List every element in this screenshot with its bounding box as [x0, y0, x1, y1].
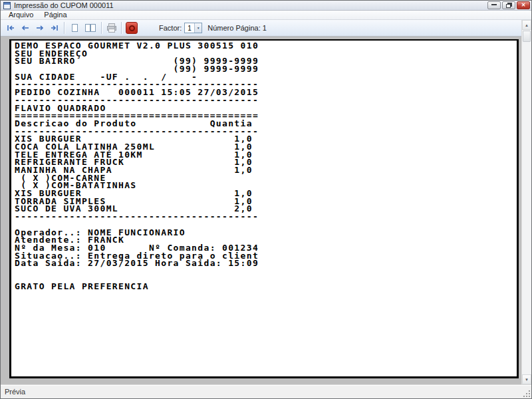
- exit-icon: [126, 22, 138, 34]
- restore-button[interactable]: [502, 1, 515, 9]
- toolbar-separator: [121, 22, 122, 34]
- app-icon: [3, 2, 11, 9]
- scroll-down-button[interactable]: ▼: [522, 374, 531, 384]
- close-button[interactable]: ✕: [517, 1, 530, 9]
- menu-bar: Arquivo Página: [1, 11, 531, 20]
- menu-pagina[interactable]: Página: [39, 11, 72, 19]
- scroll-up-button[interactable]: ▲: [522, 20, 531, 30]
- window-controls: ✕: [487, 1, 530, 9]
- single-page-view-button[interactable]: [67, 21, 82, 35]
- arrow-up-icon: ▲: [525, 23, 529, 27]
- scrollbar-thumb[interactable]: [523, 31, 531, 42]
- previous-page-button[interactable]: [18, 21, 33, 35]
- single-page-icon: [69, 23, 80, 33]
- status-text: Prévia: [5, 388, 25, 396]
- page-number-label: Número Página: 1: [207, 24, 267, 32]
- last-page-button[interactable]: [47, 21, 62, 35]
- previous-page-icon: [20, 23, 31, 33]
- factor-select[interactable]: 1 ▼: [184, 23, 202, 33]
- status-bar: Prévia: [1, 384, 531, 398]
- resize-grip[interactable]: [523, 390, 530, 397]
- first-page-button[interactable]: [3, 21, 18, 35]
- factor-label: Factor:: [159, 24, 182, 32]
- two-page-view-button[interactable]: [82, 21, 99, 35]
- toolbar: Factor: 1 ▼ Número Página: 1: [1, 20, 521, 37]
- receipt-line: [15, 267, 517, 275]
- last-page-icon: [49, 23, 60, 33]
- receipt-line: ----------------------------------------: [15, 213, 517, 221]
- minimize-button[interactable]: [487, 1, 501, 9]
- receipt-line: Data Saida: 27/03/2015 Hora Saida: 15:09: [15, 259, 517, 267]
- receipt-page: DEMO ESPACO GOURMET V2.0 PLUS 300515 010…: [9, 39, 519, 378]
- next-page-icon: [35, 23, 45, 33]
- preview-area[interactable]: DEMO ESPACO GOURMET V2.0 PLUS 300515 010…: [1, 37, 521, 384]
- toolbar-separator: [64, 22, 65, 34]
- close-icon: ✕: [521, 3, 526, 8]
- print-button[interactable]: [104, 21, 119, 35]
- arrow-down-icon: ▼: [525, 378, 529, 382]
- window-title: Impressão do CUPOM 000011: [14, 1, 487, 10]
- receipt-line: GRATO PELA PREFERENCIA: [15, 283, 517, 291]
- two-pages-icon: [84, 23, 97, 33]
- restore-icon: [506, 4, 511, 8]
- factor-value: 1: [185, 23, 194, 33]
- first-page-icon: [5, 23, 16, 33]
- close-preview-button[interactable]: [124, 21, 139, 35]
- minimize-icon: [491, 3, 497, 5]
- vertical-scrollbar[interactable]: ▲ ▼: [521, 20, 531, 384]
- receipt-text: DEMO ESPACO GOURMET V2.0 PLUS 300515 010…: [11, 41, 517, 291]
- printer-icon: [106, 23, 118, 33]
- receipt-line: DEMO ESPACO GOURMET V2.0 PLUS 300515 010: [15, 42, 517, 50]
- next-page-button[interactable]: [33, 21, 47, 35]
- toolbar-separator: [101, 22, 102, 34]
- preview-window: Impressão do CUPOM 000011 ✕ Arquivo Pági…: [0, 0, 532, 399]
- titlebar: Impressão do CUPOM 000011 ✕: [1, 1, 531, 11]
- scrollbar-track[interactable]: [522, 43, 531, 374]
- chevron-down-icon[interactable]: ▼: [194, 23, 201, 33]
- menu-arquivo[interactable]: Arquivo: [3, 11, 39, 19]
